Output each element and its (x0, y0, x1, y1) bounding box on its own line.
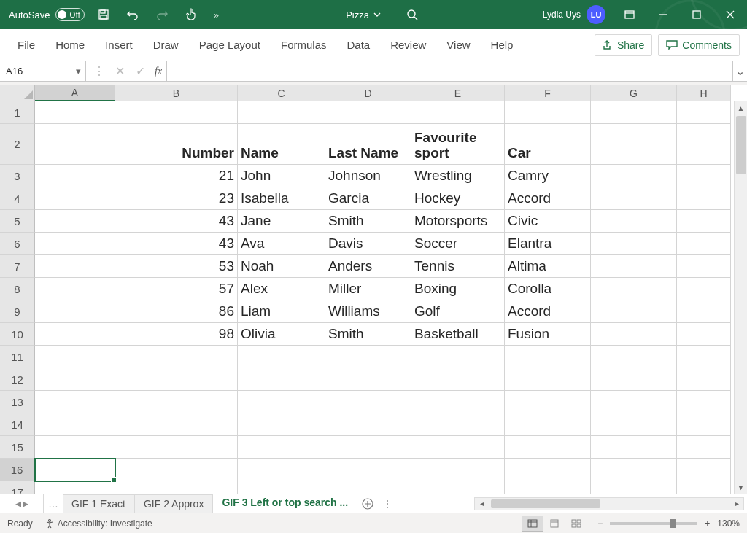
cell[interactable] (35, 101, 115, 124)
page-break-view-button[interactable] (565, 516, 587, 532)
cell[interactable] (115, 481, 238, 494)
cell[interactable]: Isabella (238, 187, 325, 210)
row-header-14[interactable]: 14 (0, 413, 35, 436)
column-header-G[interactable]: G (591, 85, 677, 101)
cell[interactable] (238, 391, 325, 413)
cell[interactable] (591, 278, 677, 300)
zoom-controls[interactable]: − + 130% (597, 518, 740, 529)
cell[interactable]: Corolla (505, 278, 591, 300)
cell[interactable] (325, 481, 411, 494)
options-icon[interactable]: ⋮ (90, 64, 108, 79)
cell[interactable] (411, 413, 505, 436)
cell[interactable] (591, 346, 677, 368)
ribbon-tab-insert[interactable]: Insert (95, 31, 143, 58)
cell[interactable] (35, 165, 115, 187)
sheet-overflow[interactable]: … (44, 494, 63, 513)
cell[interactable] (677, 413, 731, 436)
cell[interactable] (35, 187, 115, 210)
row-header-16[interactable]: 16 (0, 459, 35, 481)
cell[interactable] (35, 346, 115, 368)
cell[interactable] (411, 459, 505, 481)
cell[interactable]: John (238, 165, 325, 187)
cell[interactable] (591, 436, 677, 459)
cell[interactable]: Smith (325, 323, 411, 346)
row-header-17[interactable]: 17 (0, 481, 35, 494)
column-header-C[interactable]: C (238, 85, 325, 101)
cell[interactable] (411, 436, 505, 459)
cell[interactable]: Civic (505, 210, 591, 233)
cell[interactable] (677, 391, 731, 413)
row-header-12[interactable]: 12 (0, 368, 35, 391)
row-header-8[interactable]: 8 (0, 278, 35, 300)
comments-button[interactable]: Comments (658, 34, 740, 56)
cell[interactable] (35, 436, 115, 459)
ribbon-tab-view[interactable]: View (436, 31, 480, 58)
cell[interactable] (35, 233, 115, 255)
cell[interactable]: Motorsports (411, 210, 505, 233)
cell[interactable]: Wrestling (411, 165, 505, 187)
sheet-options[interactable]: ⋮ (378, 494, 397, 513)
cell[interactable] (35, 391, 115, 413)
cell[interactable] (591, 323, 677, 346)
row-header-15[interactable]: 15 (0, 436, 35, 459)
cell[interactable] (591, 210, 677, 233)
row-header-10[interactable]: 10 (0, 323, 35, 346)
cell[interactable] (115, 368, 238, 391)
close-button[interactable] (713, 0, 747, 29)
cell[interactable] (591, 187, 677, 210)
undo-button[interactable] (120, 3, 146, 26)
cell[interactable] (677, 300, 731, 323)
cell[interactable] (677, 187, 731, 210)
cell[interactable]: Car (505, 124, 591, 165)
cell[interactable] (411, 101, 505, 124)
cell[interactable] (411, 346, 505, 368)
cell[interactable] (325, 368, 411, 391)
cell[interactable]: 43 (115, 210, 238, 233)
cell[interactable] (677, 278, 731, 300)
qat-overflow[interactable]: » (207, 3, 225, 26)
column-header-E[interactable]: E (411, 85, 505, 101)
ribbon-display-options[interactable] (613, 0, 646, 29)
cell[interactable] (238, 459, 325, 481)
cell[interactable]: Name (238, 124, 325, 165)
sheet-tab[interactable]: GIF 1 Exact (63, 494, 135, 513)
cell[interactable] (677, 323, 731, 346)
cell[interactable] (591, 165, 677, 187)
add-sheet-button[interactable] (357, 494, 378, 513)
cell[interactable]: Elantra (505, 233, 591, 255)
ribbon-tab-data[interactable]: Data (336, 31, 380, 58)
cell[interactable] (35, 210, 115, 233)
cell[interactable]: Johnson (325, 165, 411, 187)
cell[interactable] (677, 255, 731, 278)
cell[interactable] (505, 481, 591, 494)
cell[interactable] (411, 481, 505, 494)
cell[interactable]: Anders (325, 255, 411, 278)
cell[interactable] (677, 101, 731, 124)
column-header-D[interactable]: D (325, 85, 411, 101)
vertical-scrollbar[interactable]: ▲ ▼ (734, 101, 747, 494)
cell[interactable] (115, 101, 238, 124)
row-header-5[interactable]: 5 (0, 210, 35, 233)
cell[interactable] (591, 459, 677, 481)
cell[interactable] (677, 436, 731, 459)
row-header-9[interactable]: 9 (0, 300, 35, 323)
scrollbar-thumb[interactable] (736, 116, 746, 174)
zoom-level[interactable]: 130% (717, 518, 740, 529)
cell[interactable] (238, 436, 325, 459)
name-box[interactable]: A16 ▾ (0, 61, 86, 81)
redo-button[interactable] (149, 3, 175, 26)
cell[interactable] (591, 368, 677, 391)
touch-mode-button[interactable] (178, 3, 204, 26)
zoom-slider[interactable] (610, 522, 697, 525)
cell[interactable]: Ava (238, 233, 325, 255)
cell[interactable] (325, 436, 411, 459)
cell[interactable]: 23 (115, 187, 238, 210)
cell[interactable]: Soccer (411, 233, 505, 255)
scroll-right-arrow[interactable]: ▸ (730, 499, 743, 508)
cell[interactable]: 21 (115, 165, 238, 187)
cell[interactable]: Jane (238, 210, 325, 233)
cell[interactable] (591, 233, 677, 255)
cell[interactable]: Last Name (325, 124, 411, 165)
cell[interactable]: Basketball (411, 323, 505, 346)
row-header-11[interactable]: 11 (0, 346, 35, 368)
